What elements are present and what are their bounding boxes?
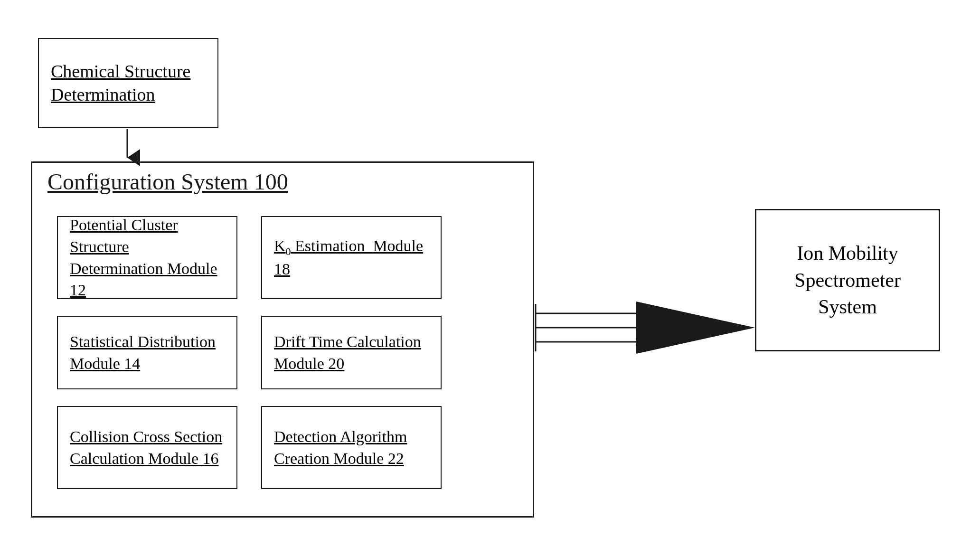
csd-box: Chemical Structure Determination <box>38 38 218 128</box>
module-dac: Detection Algorithm Creation Module 22 <box>261 406 442 489</box>
module-dtc-label: Drift Time Calculation Module 20 <box>274 331 429 375</box>
module-k0: K0 Estimation Module 18 <box>261 216 442 299</box>
module-ccs-label: Collision Cross Section Calculation Modu… <box>70 426 225 470</box>
module-k0-label: K0 Estimation Module 18 <box>274 235 429 280</box>
module-pcsd: Potential Cluster Structure Determinatio… <box>57 216 237 299</box>
svg-marker-6 <box>636 302 755 354</box>
csd-label: Chemical Structure Determination <box>51 60 206 107</box>
ims-box: Ion Mobility Spectrometer System <box>755 209 940 351</box>
module-sd: Statistical Distribution Module 14 <box>57 316 237 389</box>
ims-label: Ion Mobility Spectrometer System <box>766 240 929 321</box>
module-dac-label: Detection Algorithm Creation Module 22 <box>274 426 429 470</box>
module-sd-label: Statistical Distribution Module 14 <box>70 331 225 375</box>
config-title: Configuration System 100 <box>47 169 288 195</box>
module-pcsd-label: Potential Cluster Structure Determinatio… <box>70 214 225 302</box>
module-ccs: Collision Cross Section Calculation Modu… <box>57 406 237 489</box>
diagram-container: Chemical Structure Determination Configu… <box>0 0 980 547</box>
module-dtc: Drift Time Calculation Module 20 <box>261 316 442 389</box>
